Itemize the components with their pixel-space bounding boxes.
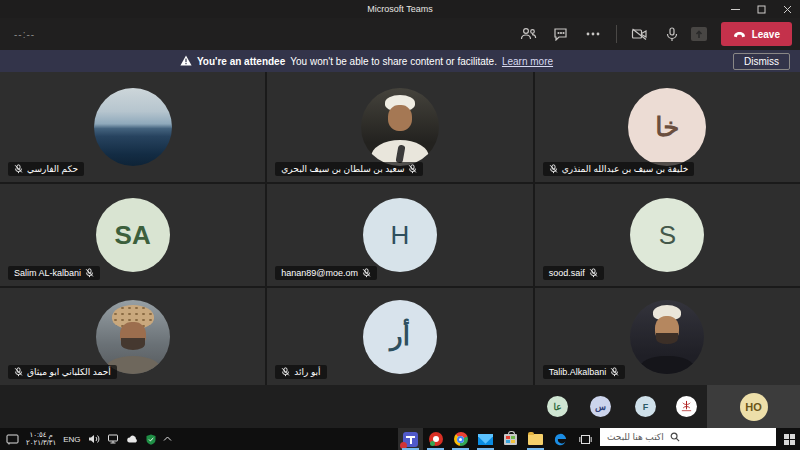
participant-tile[interactable]: SA Salim AL-kalbani: [0, 184, 265, 286]
mic-muted-icon: [281, 367, 290, 377]
participant-tile[interactable]: Talib.Alkalbani: [535, 288, 800, 385]
close-button[interactable]: [774, 0, 800, 18]
toolbar-separator: [616, 25, 617, 43]
teams-meeting-window: Microsoft Teams --:--: [0, 0, 800, 450]
onedrive-button[interactable]: [126, 435, 139, 444]
participant-tile[interactable]: H hanan89@moe.om: [267, 184, 532, 286]
participant-tile[interactable]: أحمد الكلباني ابو ميثاق: [0, 288, 265, 385]
taskbar-app-store[interactable]: [498, 428, 523, 450]
security-button[interactable]: [146, 434, 156, 445]
shield-icon: [146, 434, 156, 445]
taskbar-app-teams[interactable]: [398, 428, 423, 450]
self-view-tile[interactable]: HO: [707, 385, 800, 428]
cloud-icon: [126, 435, 139, 444]
taskbar-app-file-explorer[interactable]: [523, 428, 548, 450]
overflow-participant-avatar[interactable]: F: [635, 396, 656, 417]
participant-initials-avatar: خا: [628, 88, 706, 166]
mic-muted-icon: [408, 164, 417, 174]
participants-icon: [520, 27, 537, 41]
mic-muted-icon: [610, 367, 619, 377]
mic-muted-icon: [85, 268, 94, 278]
participant-tile[interactable]: أر أبو رائد: [267, 288, 532, 385]
avatar-initials: S: [659, 220, 676, 251]
show-chat-button[interactable]: [548, 22, 574, 46]
taskbar-clock[interactable]: م ١٠:٥٤ ٢٠٢١/٣/٣١: [26, 431, 56, 447]
show-hidden-icons-button[interactable]: [163, 436, 172, 442]
volume-button[interactable]: [88, 434, 100, 444]
participant-photo-avatar: [96, 300, 170, 374]
minimize-button[interactable]: [722, 0, 748, 18]
avatar-initials: عا: [553, 402, 561, 412]
show-participants-button[interactable]: [516, 22, 542, 46]
task-view-button[interactable]: [573, 428, 598, 450]
participant-tile[interactable]: سعيد بن سلطان بن سيف البحري: [267, 72, 532, 182]
overflow-participant-avatar[interactable]: عا: [547, 396, 568, 417]
red-app-icon: [429, 432, 443, 446]
chat-icon: [553, 27, 568, 41]
taskbar-app-red[interactable]: [423, 428, 448, 450]
attendee-banner-text: You're an attendee You won't be able to …: [0, 55, 733, 68]
participant-tile[interactable]: حكم الفارسي: [0, 72, 265, 182]
participant-name: سعيد بن سلطان بن سيف البحري: [281, 164, 404, 174]
overflow-participant-logo-avatar[interactable]: [676, 396, 697, 417]
avatar-initials: أر: [390, 321, 410, 352]
taskbar-app-mail[interactable]: [473, 428, 498, 450]
network-button[interactable]: [107, 434, 119, 444]
meeting-timer: --:--: [14, 29, 35, 40]
action-center-button[interactable]: [6, 434, 19, 445]
participant-name-label: sood.saif: [543, 266, 604, 280]
chrome-icon: [454, 432, 468, 446]
mail-icon: [478, 434, 493, 445]
search-icon: [670, 432, 680, 442]
body-shape: [640, 356, 694, 374]
participant-name: أحمد الكلباني ابو ميثاق: [27, 367, 111, 377]
learn-more-link[interactable]: Learn more: [502, 56, 553, 67]
participant-name: حكم الفارسي: [27, 164, 78, 174]
mic-muted-icon: [589, 268, 598, 278]
minimize-icon: [731, 5, 740, 14]
mic-toggle-button[interactable]: [659, 22, 685, 46]
participant-name: hanan89@moe.om: [281, 268, 358, 278]
clock-date: ٢٠٢١/٣/٣١: [26, 439, 56, 447]
task-view-icon: [579, 434, 592, 445]
more-ellipsis-icon: [586, 32, 600, 36]
overflow-participants-strip: عا س F HO: [0, 385, 800, 428]
leave-button-label: Leave: [752, 29, 780, 40]
mic-muted-icon: [14, 164, 23, 174]
avatar-initials: HO: [745, 401, 762, 413]
language-indicator[interactable]: ENG: [63, 435, 80, 444]
participant-tile[interactable]: خا خليفة بن سيف بن عبدالله المنذري: [535, 72, 800, 182]
overflow-participant-avatar[interactable]: س: [590, 396, 611, 417]
participant-name-label: خليفة بن سيف بن عبدالله المنذري: [543, 162, 695, 176]
camera-toggle-button[interactable]: [627, 22, 653, 46]
participant-name-label: hanan89@moe.om: [275, 266, 377, 280]
participant-tile[interactable]: S sood.saif: [535, 184, 800, 286]
leave-button[interactable]: Leave: [721, 22, 792, 46]
mic-muted-icon: [549, 164, 558, 174]
participant-name: أبو رائد: [294, 367, 320, 377]
window-title: Microsoft Teams: [367, 4, 432, 14]
close-icon: [783, 5, 792, 14]
taskbar-apps: اكتب هنا للبحث: [398, 428, 800, 450]
more-actions-button[interactable]: [580, 22, 606, 46]
notification-badge: [400, 442, 407, 449]
taskbar-search[interactable]: اكتب هنا للبحث: [600, 428, 776, 446]
taskbar-app-edge[interactable]: [548, 428, 573, 450]
banner-message: You won't be able to share content or fa…: [290, 56, 497, 67]
maximize-button[interactable]: [748, 0, 774, 18]
dismiss-button[interactable]: Dismiss: [733, 53, 790, 70]
participant-initials-avatar: أر: [363, 300, 437, 374]
participant-name: Talib.Alkalbani: [549, 367, 607, 377]
participant-photo-avatar: [361, 88, 439, 166]
avatar-initials: H: [391, 220, 410, 251]
participant-photo-avatar: [630, 300, 704, 374]
ethernet-icon: [107, 434, 119, 444]
edge-icon: [553, 432, 568, 447]
taskbar-app-chrome[interactable]: [448, 428, 473, 450]
mic-icon: [666, 27, 678, 42]
share-screen-button[interactable]: [691, 27, 707, 41]
file-explorer-icon: [528, 434, 543, 445]
start-button[interactable]: [778, 428, 800, 450]
window-controls: [722, 0, 800, 18]
participant-name: خليفة بن سيف بن عبدالله المنذري: [562, 164, 689, 174]
